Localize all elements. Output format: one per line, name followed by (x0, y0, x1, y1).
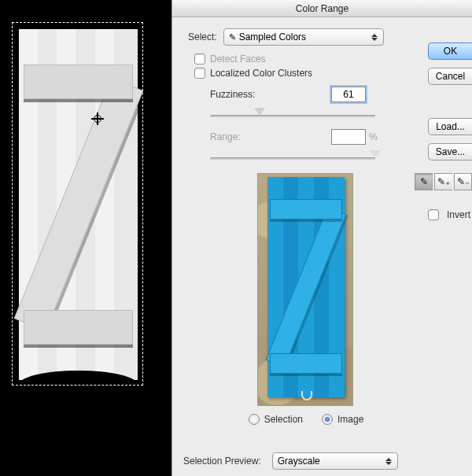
select-dropdown-value: Sampled Colors (239, 31, 306, 42)
image-radio[interactable] (322, 414, 333, 425)
selection-radio[interactable] (249, 414, 260, 425)
fuzziness-slider[interactable] (210, 110, 375, 121)
cancel-button[interactable]: Cancel (428, 68, 472, 85)
dropdown-arrows-icon (383, 455, 394, 467)
select-label: Select: (188, 31, 217, 42)
dialog-title: Color Range (172, 0, 472, 17)
eyedropper-subtract-tool[interactable]: ✎₋ (454, 173, 472, 190)
selection-preview-dropdown[interactable]: Grayscale (272, 452, 398, 470)
invert-label: Invert (447, 209, 470, 220)
localized-clusters-checkbox[interactable] (194, 68, 205, 79)
range-input (331, 129, 366, 145)
save-button[interactable]: Save... (428, 143, 472, 161)
eyedropper-add-tool[interactable]: ✎₊ (434, 173, 452, 190)
invert-checkbox[interactable] (428, 209, 439, 220)
image-radio-label: Image (337, 414, 363, 425)
color-range-dialog: Color Range Select: ✎ Sampled Colors Det… (171, 0, 472, 476)
range-label: Range: (210, 131, 289, 142)
eyedropper-tool[interactable]: ✎ (415, 173, 433, 190)
localized-clusters-label: Localized Color Clusters (210, 68, 312, 79)
selection-preview-value: Grayscale (278, 456, 320, 467)
selection-radio-label: Selection (264, 414, 303, 425)
selection-preview-label: Selection Preview: (183, 456, 261, 467)
selection-preview-mask (19, 29, 138, 380)
detect-faces-checkbox (194, 54, 205, 65)
ok-button[interactable]: OK (428, 42, 472, 60)
eyedropper-icon: ✎ (229, 32, 236, 42)
load-button[interactable]: Load... (428, 118, 472, 135)
preview-thumbnail[interactable] (257, 173, 353, 406)
range-slider (210, 153, 375, 164)
fuzziness-input[interactable]: 61 (331, 87, 366, 102)
select-dropdown[interactable]: ✎ Sampled Colors (223, 28, 384, 46)
document-canvas[interactable] (12, 22, 143, 386)
dropdown-arrows-icon (369, 31, 380, 43)
slider-thumb[interactable] (254, 108, 265, 117)
range-unit: % (369, 131, 378, 142)
detect-faces-label: Detect Faces (210, 54, 266, 65)
fuzziness-label: Fuzziness: (210, 89, 289, 100)
mask-image (19, 29, 138, 380)
